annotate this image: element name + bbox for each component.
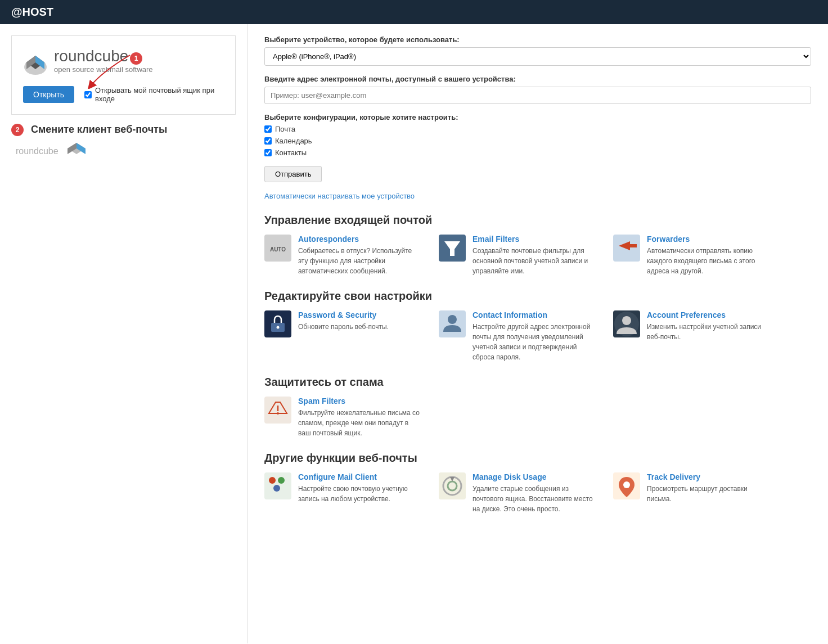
email-field-label: Введите адрес электронной почты, доступн…	[264, 75, 811, 83]
svg-point-22	[623, 481, 630, 488]
config-contacts[interactable]: Контакты	[264, 148, 811, 157]
section-управление: Управление входящей почтойAUTOAutorespon…	[264, 214, 811, 276]
card-account-preferences: Account PreferencesИзменить настройки уч…	[613, 310, 771, 362]
spam-filters-desc: Фильтруйте нежелательные письма со спамо…	[298, 408, 422, 438]
right-panel: Выберите устройство, которое будете испо…	[248, 24, 828, 643]
autoresponders-title[interactable]: Autoresponders	[298, 235, 359, 244]
svg-point-17	[269, 477, 276, 484]
configure-mail-client-icon	[264, 472, 291, 499]
manage-disk-usage-icon	[439, 472, 466, 499]
configure-mail-client-title[interactable]: Configure Mail Client	[298, 472, 377, 481]
logo-area: roundcube open source webmail software 1…	[11, 35, 236, 115]
svg-point-21	[448, 481, 457, 490]
header-title: @HOST	[11, 6, 53, 18]
svg-point-19	[273, 485, 280, 492]
svg-point-16	[277, 412, 279, 415]
card-spam-filters: Spam FiltersФильтруйте нежелательные пис…	[264, 397, 422, 438]
svg-marker-9	[444, 241, 460, 256]
change-client-title: 2 Смените клиент веб-почты	[11, 124, 236, 136]
contact-information-title[interactable]: Contact Information	[472, 310, 547, 319]
email-filters-title[interactable]: Email Filters	[472, 235, 519, 244]
annotation-badge-1: 1	[130, 52, 142, 65]
cards-row: Password & SecurityОбновите пароль веб-п…	[264, 310, 811, 362]
svg-point-11	[277, 326, 280, 329]
account-preferences-icon	[613, 310, 640, 337]
mini-logo-icon: roundcube	[16, 142, 61, 159]
device-select[interactable]: Apple® (iPhone®, iPad®)	[264, 47, 811, 66]
section-другиефунк: Другие функции веб-почтыConfigure Mail C…	[264, 452, 811, 514]
forwarders-title[interactable]: Forwarders	[647, 235, 690, 244]
email-filters-desc: Создавайте почтовые фильтры для основной…	[472, 246, 596, 276]
config-contacts-checkbox[interactable]	[264, 149, 272, 156]
section-title: Редактируйте свои настройки	[264, 290, 811, 303]
card-track-delivery: Track DeliveryПросмотреть маршрут достав…	[613, 472, 771, 514]
email-filters-icon	[439, 235, 466, 262]
config-mail[interactable]: Почта	[264, 125, 811, 133]
config-mail-checkbox[interactable]	[264, 125, 272, 133]
card-configure-mail-client: Configure Mail ClientНастройте свою почт…	[264, 472, 422, 514]
contact-information-icon	[439, 310, 466, 337]
email-input[interactable]	[264, 87, 811, 104]
device-label: Выберите устройство, которое будете испо…	[264, 35, 811, 44]
cards-row: AUTOAutorespondersСобираетесь в отпуск? …	[264, 235, 811, 276]
mini-logo-area: roundcube	[16, 142, 236, 159]
sections-container: Управление входящей почтойAUTOAutorespon…	[264, 214, 811, 514]
svg-point-14	[622, 316, 631, 325]
config-section: Почта Календарь Контакты	[264, 125, 811, 157]
autoresponders-icon: AUTO	[264, 235, 291, 262]
spam-filters-icon	[264, 397, 291, 424]
track-delivery-content: Track DeliveryПросмотреть маршрут достав…	[647, 472, 771, 504]
mini-cube-icon	[65, 142, 88, 159]
account-preferences-content: Account PreferencesИзменить настройки уч…	[647, 310, 771, 342]
email-filters-content: Email FiltersСоздавайте почтовые фильтры…	[472, 235, 596, 276]
card-autoresponders: AUTOAutorespondersСобираетесь в отпуск? …	[264, 235, 422, 276]
send-button[interactable]: Отправить	[264, 166, 322, 182]
config-calendar[interactable]: Календарь	[264, 137, 811, 145]
configure-mail-client-content: Configure Mail ClientНастройте свою почт…	[298, 472, 422, 504]
card-contact-information: Contact InformationНастройте другой адре…	[439, 310, 596, 362]
contact-information-desc: Настройте другой адрес электронной почты…	[472, 322, 596, 362]
card-password-security: Password & SecurityОбновите пароль веб-п…	[264, 310, 422, 362]
manage-disk-usage-title[interactable]: Manage Disk Usage	[472, 472, 547, 481]
spam-filters-content: Spam FiltersФильтруйте нежелательные пис…	[298, 397, 422, 438]
section-title: Защититесь от спама	[264, 376, 811, 389]
open-button[interactable]: Открыть	[23, 86, 74, 103]
card-forwarders: ForwardersАвтоматически отправлять копию…	[613, 235, 771, 276]
autoresponders-content: AutorespondersСобираетесь в отпуск? Испо…	[298, 235, 422, 276]
autoresponders-desc: Собираетесь в отпуск? Используйте эту фу…	[298, 246, 422, 276]
track-delivery-desc: Просмотреть маршрут доставки письма.	[647, 484, 771, 504]
track-delivery-title[interactable]: Track Delivery	[647, 472, 700, 481]
svg-text:AUTO: AUTO	[270, 246, 286, 253]
svg-point-12	[448, 315, 457, 324]
manage-disk-usage-desc: Удалите старые сообщения из почтового ящ…	[472, 484, 596, 514]
forwarders-desc: Автоматически отправлять копию каждого в…	[647, 246, 771, 276]
contact-information-content: Contact InformationНастройте другой адре…	[472, 310, 596, 362]
password-security-desc: Обновите пароль веб-почты.	[298, 322, 389, 332]
config-calendar-checkbox[interactable]	[264, 137, 272, 145]
open-on-login-checkbox[interactable]	[84, 91, 92, 98]
section-редактируй: Редактируйте свои настройкиPassword & Se…	[264, 290, 811, 362]
track-delivery-icon	[613, 472, 640, 499]
password-security-content: Password & SecurityОбновите пароль веб-п…	[298, 310, 389, 332]
manage-disk-usage-content: Manage Disk UsageУдалите старые сообщени…	[472, 472, 596, 514]
password-security-title[interactable]: Password & Security	[298, 310, 376, 319]
open-on-login-label[interactable]: Открывать мой почтовый ящик при входе	[84, 86, 224, 103]
account-preferences-title[interactable]: Account Preferences	[647, 310, 726, 319]
account-preferences-desc: Изменить настройки учетной записи веб-по…	[647, 322, 771, 342]
logo-subtitle: open source webmail software	[54, 65, 153, 74]
configure-mail-client-desc: Настройте свою почтовую учетную запись н…	[298, 484, 422, 504]
password-security-icon	[264, 310, 291, 337]
forwarders-content: ForwardersАвтоматически отправлять копию…	[647, 235, 771, 276]
left-panel: roundcube open source webmail software 1…	[0, 24, 248, 643]
section-title: Другие функции веб-почты	[264, 452, 811, 465]
auto-configure-link[interactable]: Автоматически настраивать мое устройство	[264, 192, 415, 200]
svg-text:roundcube: roundcube	[16, 146, 58, 156]
config-label: Выберите конфигурации, которые хотите на…	[264, 113, 811, 121]
cards-row: Spam FiltersФильтруйте нежелательные пис…	[264, 397, 811, 438]
section-защититесь: Защититесь от спамаSpam FiltersФильтруйт…	[264, 376, 811, 438]
section-title: Управление входящей почтой	[264, 214, 811, 227]
cards-row: Configure Mail ClientНастройте свою почт…	[264, 472, 811, 514]
spam-filters-title[interactable]: Spam Filters	[298, 397, 345, 406]
annotation-badge-2: 2	[11, 124, 24, 136]
svg-point-18	[278, 477, 285, 484]
